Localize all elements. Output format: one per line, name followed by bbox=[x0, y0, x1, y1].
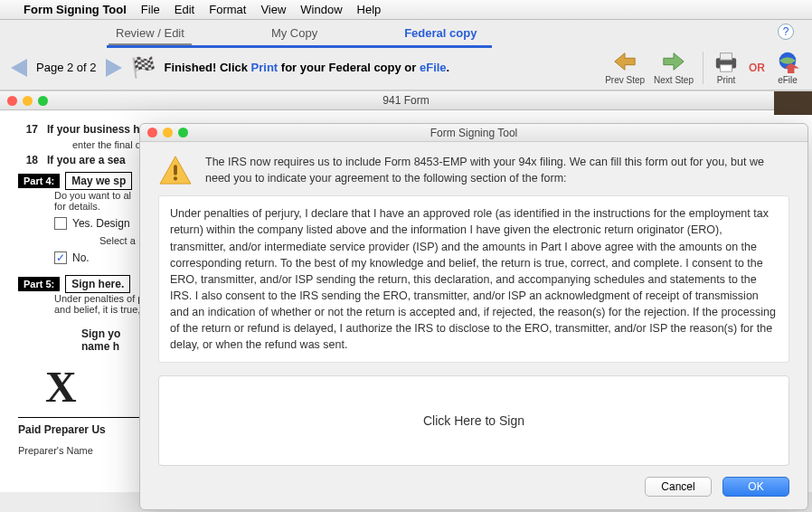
tab-my-copy[interactable]: My Copy bbox=[264, 23, 325, 45]
part-4-label: Part 4: bbox=[18, 174, 60, 188]
print-link[interactable]: Print bbox=[251, 61, 279, 74]
svg-rect-2 bbox=[721, 65, 732, 71]
menu-format[interactable]: Format bbox=[209, 3, 246, 16]
printer-icon bbox=[713, 50, 740, 73]
line-18-number: 18 bbox=[18, 154, 38, 166]
checkbox-yes-label: Yes. Design bbox=[72, 217, 130, 230]
dialog-body: The IRS now requires us to include Form … bbox=[140, 142, 807, 195]
page-indicator: Page 2 of 2 bbox=[36, 61, 97, 74]
dialog-title: Form Signing Tool bbox=[430, 127, 518, 139]
toolbar: Page 2 of 2 🏁 Finished! Click Print for … bbox=[0, 45, 812, 90]
svg-rect-1 bbox=[721, 53, 732, 60]
checkbox-no-label: No. bbox=[72, 251, 90, 264]
menu-window[interactable]: Window bbox=[300, 3, 342, 16]
help-button[interactable]: ? bbox=[778, 24, 794, 40]
cancel-button[interactable]: Cancel bbox=[645, 477, 712, 497]
efile-button[interactable]: eFile bbox=[774, 50, 801, 85]
line-18-text: If you are a sea bbox=[47, 154, 126, 166]
or-label: OR bbox=[749, 62, 765, 74]
checkbox-yes[interactable]: Yes. Design bbox=[54, 217, 130, 230]
finished-period: . bbox=[447, 61, 450, 74]
next-step-label: Next Step bbox=[654, 75, 694, 85]
print-label: Print bbox=[717, 75, 736, 85]
next-step-button[interactable]: Next Step bbox=[654, 50, 694, 85]
ok-button[interactable]: OK bbox=[722, 477, 789, 497]
finished-mid: for your Federal copy or bbox=[278, 61, 420, 74]
part-4-title: May we sp bbox=[65, 172, 132, 190]
menu-help[interactable]: Help bbox=[357, 3, 382, 16]
dialog-intro-text: The IRS now requires us to include Form … bbox=[205, 155, 789, 186]
checkbox-box-checked-icon: ✓ bbox=[54, 251, 67, 264]
warning-triangle-icon bbox=[158, 155, 193, 185]
form-window-titlebar: 941 Form bbox=[0, 90, 812, 110]
window-controls bbox=[7, 96, 48, 106]
svg-rect-4 bbox=[174, 166, 177, 175]
zoom-window-icon[interactable] bbox=[38, 96, 48, 106]
menu-view[interactable]: View bbox=[260, 3, 286, 16]
toolbar-divider bbox=[703, 52, 703, 84]
form-window-title: 941 Form bbox=[382, 94, 429, 107]
minimize-window-icon[interactable] bbox=[23, 96, 33, 106]
finished-prefix: Finished! Click bbox=[165, 61, 251, 74]
print-button[interactable]: Print bbox=[713, 50, 740, 85]
menu-edit[interactable]: Edit bbox=[175, 3, 194, 16]
menu-file[interactable]: File bbox=[141, 3, 160, 16]
dialog-titlebar: Form Signing Tool bbox=[140, 124, 807, 142]
part-5-label: Part 5: bbox=[18, 277, 60, 291]
tab-review-edit[interactable]: Review / Edit bbox=[109, 23, 192, 45]
click-to-sign-area[interactable]: Click Here to Sign bbox=[158, 375, 789, 466]
app-menu[interactable]: Form Signing Tool bbox=[24, 3, 127, 16]
dialog-button-row: Cancel OK bbox=[140, 466, 807, 509]
next-page-arrow-icon[interactable] bbox=[106, 59, 122, 77]
legal-declaration-text: Under penalties of perjury, I declare th… bbox=[158, 195, 789, 363]
dialog-zoom-icon[interactable] bbox=[178, 128, 188, 137]
prev-step-label: Prev Step bbox=[605, 75, 645, 85]
checkered-flag-icon: 🏁 bbox=[131, 56, 156, 80]
efile-globe-icon bbox=[774, 50, 801, 73]
finished-message: Finished! Click Print for your Federal c… bbox=[165, 61, 450, 74]
dialog-minimize-icon[interactable] bbox=[163, 128, 173, 137]
next-step-icon bbox=[660, 50, 687, 73]
window-edge-decoration bbox=[774, 91, 812, 115]
dialog-window-controls bbox=[147, 128, 188, 137]
tab-strip: Review / Edit My Copy Federal copy ? bbox=[0, 20, 812, 45]
paid-preparer-heading: Paid Preparer Us bbox=[18, 423, 106, 436]
dialog-close-icon[interactable] bbox=[147, 128, 157, 137]
efile-link[interactable]: eFile bbox=[420, 61, 447, 74]
part-5-title: Sign here. bbox=[65, 275, 130, 293]
mac-menubar: Form Signing Tool File Edit Format View … bbox=[0, 0, 812, 20]
checkbox-box-icon bbox=[54, 217, 67, 230]
prev-page-arrow-icon[interactable] bbox=[11, 59, 27, 77]
efile-label: eFile bbox=[778, 75, 798, 85]
tab-active-indicator bbox=[107, 45, 492, 48]
tab-federal-copy[interactable]: Federal copy bbox=[397, 23, 484, 45]
close-window-icon[interactable] bbox=[7, 96, 17, 106]
svg-point-5 bbox=[174, 177, 177, 181]
checkbox-no[interactable]: ✓No. bbox=[54, 251, 90, 264]
line-17-number: 17 bbox=[18, 123, 38, 136]
signing-dialog: Form Signing Tool The IRS now requires u… bbox=[139, 123, 808, 510]
prev-step-button[interactable]: Prev Step bbox=[605, 50, 645, 85]
prev-step-icon bbox=[611, 50, 638, 73]
